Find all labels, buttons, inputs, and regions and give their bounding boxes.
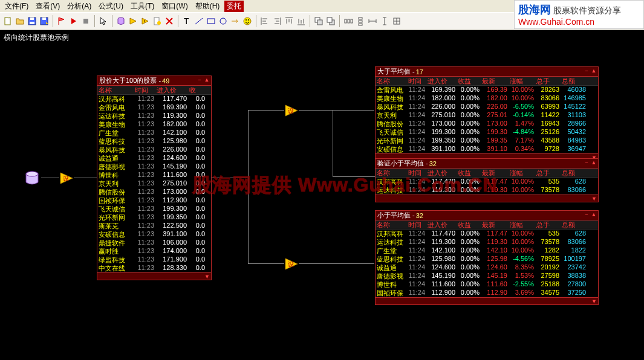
table-row[interactable]: 汉邦高科11:23117.4700.0 <box>97 95 211 103</box>
toolbar-layer1-icon[interactable] <box>313 16 324 27</box>
table-row[interactable]: 金雷风电11:23169.3900.0 <box>97 103 211 112</box>
table-row[interactable]: 诚益通11:24124.6000.00%124.608.35%201922374… <box>376 263 598 272</box>
toolbar-play-icon[interactable] <box>68 16 79 27</box>
table-row[interactable]: 中文在线11:23128.3300.0 <box>97 264 211 272</box>
up-icon[interactable]: ▲ <box>204 77 210 83</box>
table-row[interactable]: 暴风科技11:24226.0000.00%226.00-6.50%6399314… <box>376 103 598 111</box>
table-row[interactable]: 运达科技11:24119.3000.00%119.3010.00%7357883… <box>376 186 598 194</box>
table-row[interactable]: 广生堂11:24142.1000.00%142.1010.00%12821822 <box>376 246 598 255</box>
toolbar-line-icon[interactable] <box>194 16 204 27</box>
minimize-icon[interactable]: − <box>584 68 590 74</box>
panel-verify-below-average[interactable]: 验证小于平均值 - 32−▲名称时间进入价收益最新涨幅总手总额汉邦高科11:24… <box>375 158 599 202</box>
toolbar-align-right-icon[interactable] <box>272 16 282 27</box>
toolbar-delete-icon[interactable] <box>164 16 175 27</box>
minimize-icon[interactable]: − <box>584 211 590 217</box>
minimize-icon[interactable]: − <box>197 77 203 83</box>
table-row[interactable]: 鼎捷软件11:23106.0000.0 <box>97 239 211 247</box>
toolbar-circle-icon[interactable] <box>218 16 229 27</box>
toolbar-align-left-icon[interactable] <box>259 16 270 27</box>
table-row[interactable]: 腾信股份11:23173.0000.0 <box>97 188 211 196</box>
panel-price-over-100[interactable]: 股价大于100的股票 - 49−▲名称时间进入价收汉邦高科11:23117.47… <box>97 76 212 280</box>
table-row[interactable]: 唐德影视11:23145.1900.0 <box>97 162 211 171</box>
table-row[interactable]: 国祯环保11:24112.9000.00%112.903.69%34575372… <box>376 289 598 297</box>
table-row[interactable]: 金雷风电11:24169.3900.00%169.3910.00%2826346… <box>376 86 598 94</box>
table-row[interactable]: 飞天诚信11:24199.3000.00%199.30-4.84%2512650… <box>376 128 598 137</box>
panel-header[interactable]: 验证小于平均值 - 32−▲ <box>376 159 598 169</box>
menu-2[interactable]: 分析(A) <box>65 1 94 12</box>
menu-5[interactable]: 窗口(W) <box>159 1 190 12</box>
toolbar-flag-icon[interactable] <box>56 16 67 27</box>
menu-4[interactable]: 工具(T) <box>128 1 157 12</box>
table-row[interactable]: 汉邦高科11:24117.4700.00%117.4710.00%535628 <box>376 230 598 238</box>
toolbar-cylinder-icon[interactable] <box>115 16 126 27</box>
table-row[interactable]: 飞天诚信11:23199.3000.0 <box>97 205 211 213</box>
toolbar-triangle-icon[interactable] <box>128 16 138 27</box>
panel-above-average[interactable]: 大于平均值 - 17−▲名称时间进入价收益最新涨幅总手总额金雷风电11:2416… <box>375 66 599 161</box>
table-row[interactable]: 汉邦高科11:24117.4700.00%117.4710.00%535628 <box>376 178 598 186</box>
data-source-node[interactable] <box>23 169 41 187</box>
toolbar-size-h-icon[interactable] <box>367 16 378 27</box>
filter-node-1[interactable]: 设 <box>59 172 74 185</box>
toolbar-align-bottom-icon[interactable] <box>296 16 307 27</box>
table-row[interactable]: 赢时胜11:23174.0000.0 <box>97 247 211 256</box>
table-row[interactable]: 国祯环保11:23112.9000.0 <box>97 196 211 205</box>
table-row[interactable]: 腾信股份11:24173.0000.00%173.001.47%16943289… <box>376 120 598 128</box>
table-row[interactable]: 安硕信息11:23391.1000.0 <box>97 230 211 239</box>
toolbar-layer2-icon[interactable] <box>325 16 336 27</box>
menu-1[interactable]: 查看(V) <box>33 1 62 12</box>
toolbar-size-both-icon[interactable] <box>391 16 402 27</box>
panel-header[interactable]: 大于平均值 - 17−▲ <box>376 67 598 77</box>
toolbar-save-icon[interactable] <box>27 16 37 27</box>
toolbar-marker-icon[interactable] <box>152 16 163 27</box>
filter-node-2[interactable]: 设 <box>284 104 299 117</box>
table-row[interactable]: 蓝思科技11:23125.9800.0 <box>97 137 211 146</box>
table-row[interactable]: 安硕信息11:24391.1000.00%391.100.34%97283694… <box>376 145 598 153</box>
table-row[interactable]: 京天利11:24275.0100.00%275.01-0.14%11422311… <box>376 111 598 120</box>
menu-6[interactable]: 帮助(H) <box>193 1 223 12</box>
toolbar-tristep-icon[interactable] <box>140 16 151 27</box>
table-row[interactable]: 博世科11:24111.6000.00%111.60-2.55%25188278… <box>376 280 598 289</box>
toolbar-dist-h-icon[interactable] <box>343 16 354 27</box>
table-row[interactable]: 光环新网11:23199.3500.0 <box>97 213 211 222</box>
toolbar-align-top-icon[interactable] <box>284 16 294 27</box>
table-row[interactable]: 京天利11:23275.0100.0 <box>97 179 211 188</box>
toolbar-stop-icon[interactable] <box>80 16 91 27</box>
filter-node-3[interactable]: 设 <box>284 257 299 271</box>
table-row[interactable]: 美康生物11:23182.0000.0 <box>97 120 211 129</box>
toolbar-dist-v-icon[interactable] <box>355 16 366 27</box>
toolbar-text-icon[interactable]: T <box>181 16 192 27</box>
panel-header[interactable]: 股价大于100的股票 - 49−▲ <box>97 76 211 86</box>
table-row[interactable]: 暴风科技11:23226.0000.0 <box>97 146 211 154</box>
table-row[interactable]: 唐德影视11:24145.1900.00%145.191.53%27598388… <box>376 272 598 280</box>
table-row[interactable]: 运达科技11:23119.3000.0 <box>97 112 211 120</box>
table-row[interactable]: 博世科11:23111.6000.0 <box>97 171 211 179</box>
up-icon[interactable]: ▲ <box>591 159 597 166</box>
table-row[interactable]: 蓝思科技11:24125.9800.00%125.98-4.56%7892510… <box>376 255 598 263</box>
panel-below-average[interactable]: 小于平均值 - 32−▲名称时间进入价收益最新涨幅总手总额汉邦高科11:2411… <box>375 210 599 305</box>
up-icon[interactable]: ▲ <box>591 211 597 217</box>
table-row[interactable]: 诚益通11:23124.6000.0 <box>97 154 211 162</box>
up-icon[interactable]: ▲ <box>591 68 597 74</box>
table-row[interactable]: 绿盟科技11:23171.9000.0 <box>97 256 211 264</box>
toolbar-saveas-icon[interactable] <box>39 16 50 27</box>
minimize-icon[interactable]: − <box>584 159 590 166</box>
toolbar-size-v-icon[interactable] <box>379 16 390 27</box>
table-row[interactable]: 光环新网11:24199.3500.00%199.357.17%43588849… <box>376 137 598 145</box>
toolbar-rect-icon[interactable] <box>206 16 216 27</box>
table-row[interactable]: 运达科技11:24119.3000.00%119.3010.00%7357883… <box>376 238 598 246</box>
toolbar-pointer-icon[interactable] <box>98 16 109 27</box>
toolbar-open-icon[interactable] <box>15 16 25 27</box>
down-icon[interactable]: ▼ <box>591 196 597 202</box>
toolbar-new-icon[interactable] <box>2 16 13 27</box>
down-icon[interactable]: ▼ <box>591 298 597 304</box>
menu-7[interactable]: 委托 <box>224 1 244 12</box>
panel-header[interactable]: 小于平均值 - 32−▲ <box>376 211 598 220</box>
workflow-canvas[interactable]: 横向统计股票池示例 设 设 设 股价大于100的股票 - 49−▲名称时间进入价… <box>0 30 644 360</box>
table-row[interactable]: 斯莱克11:23122.5000.0 <box>97 222 211 230</box>
table-row[interactable]: 广生堂11:23142.1000.0 <box>97 129 211 137</box>
menu-0[interactable]: 文件(F) <box>2 1 31 12</box>
table-row[interactable]: 美康生物11:24182.0000.00%182.0010.00%8306614… <box>376 94 598 103</box>
menu-3[interactable]: 公式(U) <box>96 1 126 12</box>
toolbar-smiley-icon[interactable] <box>242 16 253 27</box>
toolbar-arrow-icon[interactable] <box>230 16 241 27</box>
